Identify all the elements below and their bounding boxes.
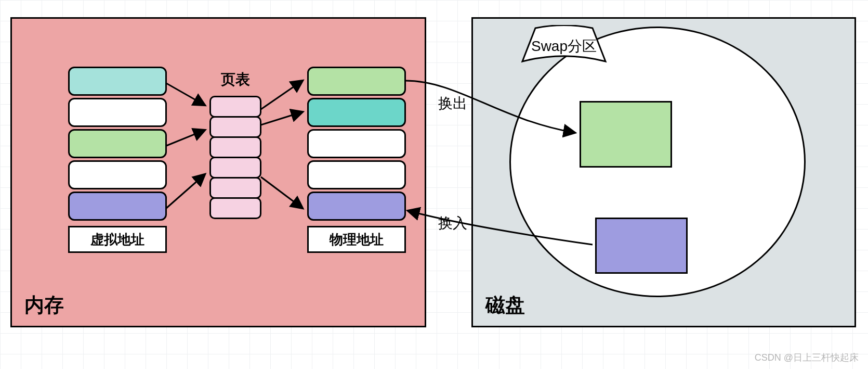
page-table-entry — [209, 136, 261, 158]
physical-address-column: 物理地址 — [307, 67, 406, 253]
watermark: CSDN @日上三杆快起床 — [755, 351, 859, 364]
virtual-label: 虚拟地址 — [68, 226, 167, 253]
page-table-entry — [209, 177, 261, 199]
virtual-slot — [68, 160, 167, 189]
page-table-entry — [209, 157, 261, 179]
swap-in-label: 换入 — [438, 213, 467, 233]
virtual-slot — [68, 192, 167, 221]
page-table-entry — [209, 197, 261, 219]
disk-block-purple — [595, 218, 688, 274]
page-table-column — [209, 96, 261, 219]
memory-title: 内存 — [24, 292, 64, 319]
virtual-address-column: 虚拟地址 — [68, 67, 167, 253]
physical-slot — [307, 160, 406, 189]
disk-title: 磁盘 — [485, 292, 525, 319]
physical-slot — [307, 98, 406, 127]
physical-slot — [307, 129, 406, 158]
virtual-slot — [68, 67, 167, 96]
swap-out-label: 换出 — [438, 94, 467, 113]
virtual-slot — [68, 98, 167, 127]
physical-label: 物理地址 — [307, 226, 406, 253]
physical-slot — [307, 192, 406, 221]
swap-partition: Swap分区 — [517, 25, 611, 67]
page-table-title: 页表 — [204, 70, 267, 90]
page-table-entry — [209, 96, 261, 118]
disk-panel: 磁盘 Swap分区 — [471, 17, 856, 327]
disk-block-green — [580, 101, 672, 168]
physical-slot — [307, 67, 406, 96]
memory-panel: 内存 页表 虚拟地址 物理地址 — [10, 17, 426, 327]
page-table-entry — [209, 116, 261, 138]
virtual-slot — [68, 129, 167, 158]
swap-label: Swap分区 — [517, 36, 611, 56]
